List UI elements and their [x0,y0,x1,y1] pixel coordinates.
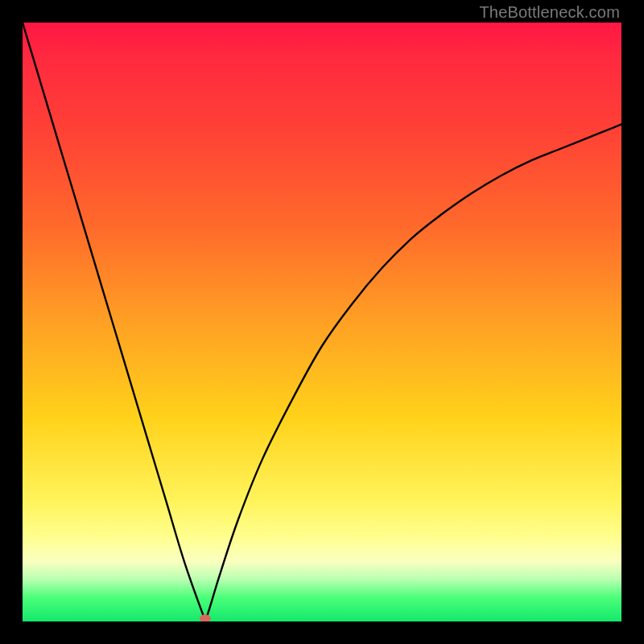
plot-area [23,23,621,621]
bottleneck-curve [23,23,621,619]
watermark-text: TheBottleneck.com [479,3,620,22]
curve-svg [23,23,621,621]
minimum-marker [200,614,211,621]
chart-container: TheBottleneck.com [0,0,644,644]
